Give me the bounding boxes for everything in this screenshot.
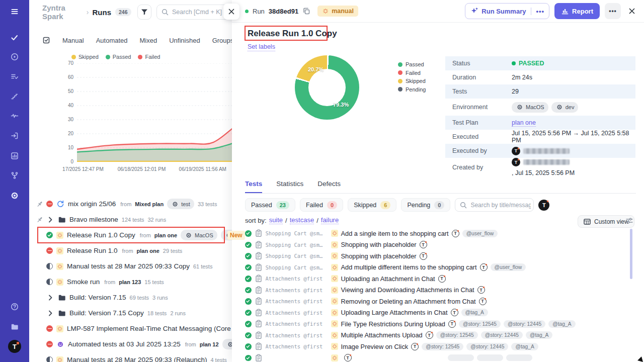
sidebar-item-steps[interactable] [0,89,29,103]
test-title[interactable]: Add a single item to the shopping cart [341,230,449,237]
test-assignee-avatar[interactable]: T [479,298,487,305]
test-row[interactable]: Attachments @firstRemoving or Deleting a… [245,296,644,307]
sidebar-item-folder[interactable] [0,320,29,334]
test-row[interactable]: Shopping Cart @sm…Shopping with placehol… [245,250,644,262]
sidebar-item-activity[interactable] [0,109,29,123]
sort-link-suite[interactable]: suite [269,216,283,224]
assignee-avatar[interactable]: T [538,200,549,211]
chevron-right-icon[interactable] [46,294,54,302]
test-suite[interactable]: Attachments @first [266,310,328,316]
sort-link-failure[interactable]: failure [321,216,339,224]
test-title[interactable]: Uploading an Attachment in Chat [341,275,435,283]
test-suite[interactable]: Attachments @first [266,287,328,293]
test-suite[interactable]: Attachments @first [266,298,328,304]
tests-search-input[interactable] [470,202,531,209]
test-row[interactable]: Shopping Cart @sm…Add a single item to t… [245,228,644,239]
sliders-icon[interactable] [625,217,633,225]
test-assignee-avatar[interactable]: T [448,320,456,328]
run-row[interactable]: Smoke runfromplan 12315 tests [29,274,232,290]
test-row[interactable]: T [245,352,644,362]
test-assignee-avatar[interactable]: T [344,354,352,361]
sidebar-item-chart-box[interactable] [0,149,29,163]
test-tag[interactable]: @tag_A [548,320,575,328]
test-title[interactable]: Shopping with placeholder [341,241,417,248]
close-runs-panel-button[interactable] [223,4,239,20]
chevron-right-icon[interactable] [46,309,54,317]
sidebar-item-check[interactable] [0,31,29,45]
test-suite[interactable]: Shopping Cart @sm… [266,230,328,236]
runs-tab-manual[interactable]: Manual [62,37,84,44]
runs-tab-automated[interactable]: Automated [96,37,128,44]
run-plan[interactable]: Mixed plan [135,201,164,207]
sidebar-item-import[interactable] [0,129,29,143]
set-labels-link[interactable]: Set labels [248,43,275,51]
more-actions-button[interactable]: ••• [605,3,621,19]
test-row[interactable]: Attachments @firstImage Preview on Click… [245,341,644,352]
test-title[interactable]: Viewing and Downloading Attachments in C… [341,286,474,294]
test-title[interactable]: Uploading Large Attachments in Chat [341,309,448,316]
test-tag[interactable]: @story: 12445 [466,343,508,350]
test-title[interactable]: Add multiple different items to the shop… [341,263,477,271]
runs-tab-mixed[interactable]: Mixed [140,37,157,44]
test-suite[interactable]: Attachments @first [266,276,328,282]
run-summary-more-button[interactable]: ••• [531,8,549,15]
run-row[interactable]: Release Run 1.0fromplan one29 tests [29,243,232,258]
run-row[interactable]: mix origin 25/06fromMixed plantest33 tes… [29,196,232,212]
test-assignee-avatar[interactable]: T [452,230,459,237]
breadcrumb-project[interactable]: Zyntra Spark [42,4,83,21]
test-title[interactable]: Removing or Deleting an Attachment from … [341,298,476,305]
test-tag[interactable]: @user_flow [491,263,526,271]
sidebar-item-list-check[interactable] [0,69,29,83]
run-row[interactable]: Build: Version 7.1569 tests3 runs [29,290,232,305]
scrollbar-thumb[interactable] [630,229,632,279]
test-row[interactable]: Attachments @firstMultiple Attachments U… [245,330,644,341]
test-row[interactable]: Shopping Cart @sm…Add multiple different… [245,262,644,274]
test-assignee-avatar[interactable]: T [420,252,427,260]
sidebar-avatar[interactable]: T [0,339,29,353]
runs-tab-unfinished[interactable]: Unfinished [169,37,200,44]
run-plan[interactable]: plan 123 [119,279,141,285]
sidebar-item-menu[interactable] [0,5,29,19]
run-summary-button[interactable]: Run Summary ••• [465,3,549,19]
test-assignee-avatar[interactable]: T [438,275,446,283]
run-plan[interactable]: plan one [154,232,177,238]
batch-select-icon[interactable] [42,36,50,44]
test-suite[interactable]: Shopping Cart @sm… [266,264,328,270]
filter-button[interactable] [137,5,151,20]
test-suite[interactable]: Attachments @first [266,343,328,349]
filter-failed[interactable]: Failed0 [300,198,343,212]
test-tag[interactable]: @tag_A [511,343,538,350]
test-row[interactable]: Attachments @firstUploading an Attachmen… [245,273,644,285]
run-row[interactable]: Build: Version 7.15 Copy18 tests2 runs [29,305,232,321]
test-assignee-avatar[interactable]: T [411,343,419,350]
test-assignee-avatar[interactable]: T [451,309,458,316]
breadcrumb-section[interactable]: Runs [93,8,112,17]
test-tag[interactable]: @story: 12445 [481,331,523,339]
filter-passed[interactable]: Passed23 [245,198,295,212]
sidebar-item-play-circle[interactable] [0,50,29,64]
run-row[interactable]: Automated tests at 03 Jul 2025 13:25from… [29,336,232,352]
close-panel-icon[interactable] [628,7,636,15]
test-assignee-avatar[interactable]: T [426,331,433,339]
test-row[interactable]: Attachments @firstUploading Large Attach… [245,307,644,319]
chevron-right-icon[interactable] [46,216,54,224]
test-suite[interactable]: Attachments @first [266,332,328,338]
test-assignee-avatar[interactable]: T [480,263,488,271]
test-tag[interactable]: @user_flow [462,230,498,237]
sidebar-item-gear[interactable] [0,189,29,203]
test-row[interactable]: Shopping Cart @sm…Shopping with placehol… [245,239,644,251]
test-suite[interactable]: Shopping Cart @sm… [266,242,328,248]
test-title[interactable]: Multiple Attachments Upload [341,331,423,339]
test-tag[interactable]: @tag_A [461,309,488,316]
test-assignee-avatar[interactable]: T [477,286,485,294]
copy-icon[interactable] [302,7,310,15]
test-suite[interactable]: Attachments @first [266,321,328,327]
run-row[interactable]: LMP-587 Implement Real-Time Chat Messagi… [29,321,232,336]
test-tag[interactable]: @tag_A [526,331,552,339]
run-plan[interactable]: plan one [137,248,159,254]
report-button[interactable]: Report [554,3,600,19]
sidebar-item-help[interactable] [0,300,29,314]
runs-search-input[interactable] [172,9,227,16]
run-row[interactable]: Manual tests at 28 Mar 2025 09:33 Copy61… [29,258,232,274]
test-suite[interactable]: Shopping Cart @sm… [266,253,328,259]
